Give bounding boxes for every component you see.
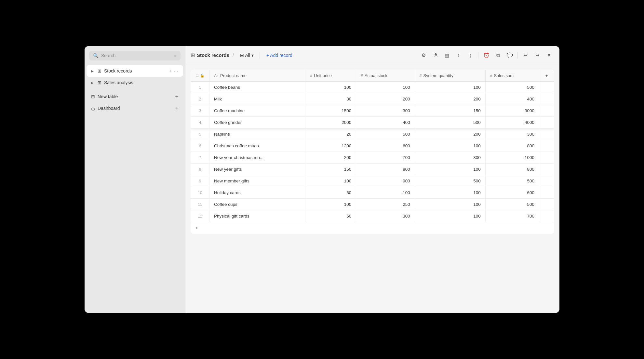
cell-sales-sum[interactable]: 500 <box>485 175 539 187</box>
cell-actual-stock[interactable]: 500 <box>356 128 415 140</box>
add-record-button[interactable]: + Add record <box>263 51 296 59</box>
cell-product-name[interactable]: Physical gift cards <box>209 210 305 222</box>
cell-system-quantity[interactable]: 300 <box>415 152 485 164</box>
cell-system-quantity[interactable]: 500 <box>415 117 485 128</box>
cell-unit-price[interactable]: 200 <box>305 152 356 164</box>
th-product-name[interactable]: Az Product name <box>209 70 305 82</box>
table-row[interactable]: 9New member gifts100900500500 <box>191 175 554 187</box>
th-add-column[interactable]: + <box>539 70 554 82</box>
table-row[interactable]: 1Coffee beans100100100500 <box>191 82 554 93</box>
add-new-table-button[interactable]: + <box>175 94 179 100</box>
cell-sales-sum[interactable]: 400 <box>485 93 539 105</box>
redo-icon-button[interactable]: ↪ <box>532 50 543 60</box>
cell-sales-sum[interactable]: 4000 <box>485 117 539 128</box>
cell-system-quantity[interactable]: 100 <box>415 140 485 152</box>
sidebar-item-dashboard[interactable]: ◷ Dashboard + <box>87 103 183 114</box>
cell-system-quantity[interactable]: 100 <box>415 187 485 199</box>
reminder-icon-button[interactable]: ⏰ <box>481 50 491 60</box>
cell-system-quantity[interactable]: 200 <box>415 128 485 140</box>
collapse-sidebar-button[interactable]: « <box>174 53 177 58</box>
filter-icon-button[interactable]: ⚗ <box>430 50 440 60</box>
th-unit-price[interactable]: # Unit price <box>305 70 356 82</box>
cell-actual-stock[interactable]: 100 <box>356 187 415 199</box>
table-row[interactable]: 12Physical gift cards50300100700 <box>191 210 554 222</box>
cell-actual-stock[interactable]: 900 <box>356 175 415 187</box>
table-row[interactable]: 6Christmas coffee mugs1200600100800 <box>191 140 554 152</box>
th-system-quantity[interactable]: # System quantity <box>415 70 485 82</box>
cell-product-name[interactable]: Holiday cards <box>209 187 305 199</box>
cell-product-name[interactable]: New member gifts <box>209 175 305 187</box>
cell-unit-price[interactable]: 50 <box>305 210 356 222</box>
cell-actual-stock[interactable]: 400 <box>356 117 415 128</box>
group-icon-button[interactable]: ↨ <box>465 50 476 60</box>
cell-product-name[interactable]: Christmas coffee mugs <box>209 140 305 152</box>
cell-actual-stock[interactable]: 100 <box>356 82 415 93</box>
copy-icon-button[interactable]: ⧉ <box>493 50 503 60</box>
cell-product-name[interactable]: Coffee grinder <box>209 117 305 128</box>
more-options-button[interactable]: ··· <box>173 68 179 74</box>
cell-sales-sum[interactable]: 300 <box>485 128 539 140</box>
table-row[interactable]: 8New year gifts150800100800 <box>191 164 554 175</box>
menu-icon-button[interactable]: ≡ <box>544 50 554 60</box>
cell-product-name[interactable]: New year gifts <box>209 164 305 175</box>
cell-system-quantity[interactable]: 100 <box>415 164 485 175</box>
cell-unit-price[interactable]: 150 <box>305 164 356 175</box>
add-table-button[interactable]: + <box>168 68 172 74</box>
cell-sales-sum[interactable]: 800 <box>485 164 539 175</box>
sidebar-item-sales-analysis[interactable]: ▶ ⊞ Sales analysis <box>87 77 183 88</box>
cell-system-quantity[interactable]: 100 <box>415 210 485 222</box>
table-row[interactable]: 10Holiday cards60100100600 <box>191 187 554 199</box>
cell-sales-sum[interactable]: 700 <box>485 210 539 222</box>
cell-sales-sum[interactable]: 600 <box>485 187 539 199</box>
cell-actual-stock[interactable]: 300 <box>356 210 415 222</box>
cell-system-quantity[interactable]: 100 <box>415 82 485 93</box>
search-bar[interactable]: 🔍 Search « <box>89 51 181 60</box>
sort-icon-button[interactable]: ↕ <box>453 50 464 60</box>
th-sales-sum[interactable]: # Sales sum <box>485 70 539 82</box>
sidebar-item-new-table[interactable]: ⊞ New table + <box>87 91 183 102</box>
cell-actual-stock[interactable]: 600 <box>356 140 415 152</box>
cell-system-quantity[interactable]: 500 <box>415 175 485 187</box>
cell-sales-sum[interactable]: 1000 <box>485 152 539 164</box>
cell-unit-price[interactable]: 2000 <box>305 117 356 128</box>
cell-product-name[interactable]: Coffee cups <box>209 199 305 210</box>
add-column-icon[interactable]: + <box>545 73 548 78</box>
cell-unit-price[interactable]: 100 <box>305 175 356 187</box>
cell-actual-stock[interactable]: 250 <box>356 199 415 210</box>
cell-actual-stock[interactable]: 800 <box>356 164 415 175</box>
table-row[interactable]: 5Napkins20500200300 <box>191 128 554 140</box>
table-row[interactable]: 3Coffee machine15003001503000 <box>191 105 554 117</box>
cell-unit-price[interactable]: 20 <box>305 128 356 140</box>
cell-unit-price[interactable]: 1500 <box>305 105 356 117</box>
cell-actual-stock[interactable]: 200 <box>356 93 415 105</box>
cell-sales-sum[interactable]: 800 <box>485 140 539 152</box>
cell-product-name[interactable]: Coffee machine <box>209 105 305 117</box>
cell-unit-price[interactable]: 1200 <box>305 140 356 152</box>
view-selector-button[interactable]: ⊞ All ▾ <box>237 51 257 59</box>
comment-icon-button[interactable]: 💬 <box>504 50 515 60</box>
table-row[interactable]: 2Milk30200200400 <box>191 93 554 105</box>
cell-sales-sum[interactable]: 500 <box>485 82 539 93</box>
table-row[interactable]: 7New year christmas mu...2007003001000 <box>191 152 554 164</box>
cell-unit-price[interactable]: 100 <box>305 199 356 210</box>
cell-system-quantity[interactable]: 150 <box>415 105 485 117</box>
cell-product-name[interactable]: Napkins <box>209 128 305 140</box>
cell-sales-sum[interactable]: 3000 <box>485 105 539 117</box>
settings-icon-button[interactable]: ⚙ <box>418 50 429 60</box>
cell-system-quantity[interactable]: 200 <box>415 93 485 105</box>
fields-icon-button[interactable]: ▤ <box>442 50 452 60</box>
cell-product-name[interactable]: Coffee beans <box>209 82 305 93</box>
add-dashboard-button[interactable]: + <box>175 105 179 111</box>
cell-product-name[interactable]: New year christmas mu... <box>209 152 305 164</box>
th-actual-stock[interactable]: # Actual stock <box>356 70 415 82</box>
cell-unit-price[interactable]: 100 <box>305 82 356 93</box>
sidebar-item-stock-records[interactable]: ▶ ⊞ Stock records + ··· <box>87 65 183 77</box>
table-row[interactable]: 4Coffee grinder20004005004000 <box>191 117 554 128</box>
add-row-button[interactable]: + <box>191 222 554 234</box>
table-row[interactable]: 11Coffee cups100250100500 <box>191 199 554 210</box>
cell-product-name[interactable]: Milk <box>209 93 305 105</box>
cell-actual-stock[interactable]: 300 <box>356 105 415 117</box>
cell-sales-sum[interactable]: 500 <box>485 199 539 210</box>
cell-system-quantity[interactable]: 100 <box>415 199 485 210</box>
cell-unit-price[interactable]: 60 <box>305 187 356 199</box>
